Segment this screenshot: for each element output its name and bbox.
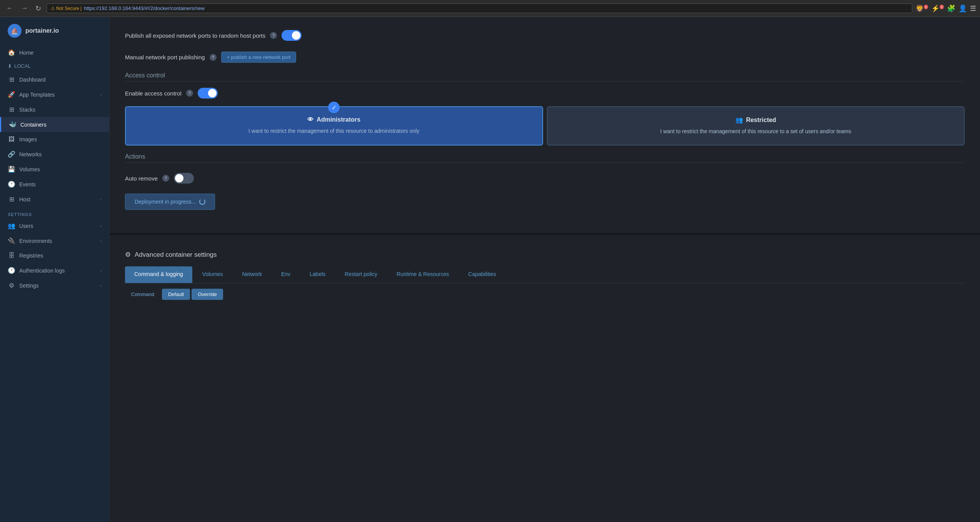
sidebar-label-registries: Registries — [19, 253, 43, 259]
reload-button[interactable]: ↻ — [33, 3, 43, 13]
enable-access-control-label: Enable access control — [125, 90, 182, 97]
tab-command-logging[interactable]: Command & logging — [125, 266, 192, 283]
users-icon: 👥 — [8, 222, 15, 229]
sidebar-item-users[interactable]: 👥 Users › — [0, 218, 109, 233]
access-control-toggle[interactable] — [198, 88, 218, 99]
brave-icon: 🦁1 — [915, 4, 928, 13]
restricted-card-desc: I want to restrict the management of thi… — [555, 127, 957, 136]
not-secure-indicator: ⚠ Not Secure | — [51, 6, 82, 11]
sidebar-label-images: Images — [19, 136, 37, 142]
sidebar: ⛵ portainer.io 🏠 Home ⬇ LOCAL ⊞ Dashboar… — [0, 17, 110, 522]
sidebar-item-environments[interactable]: 🔌 Environments › — [0, 233, 109, 248]
gear-icon: ⚙ — [125, 251, 131, 259]
host-chevron-icon: › — [100, 197, 102, 202]
sidebar-item-networks[interactable]: 🔗 Networks — [0, 147, 109, 162]
sidebar-env: ⬇ LOCAL — [0, 60, 109, 72]
back-button[interactable]: ← — [4, 3, 15, 13]
expose-ports-toggle[interactable] — [282, 30, 302, 41]
sidebar-item-events[interactable]: 🕐 Events — [0, 177, 109, 192]
administrators-icon: 👁 — [307, 116, 313, 123]
sub-tab-override[interactable]: Override — [192, 289, 223, 300]
extensions-icon[interactable]: 🧩 — [947, 4, 955, 13]
settings-icon: ⚙ — [8, 282, 15, 289]
dashboard-icon: ⊞ — [8, 76, 15, 83]
sidebar-label-users: Users — [19, 223, 33, 229]
sidebar-item-host[interactable]: ⊞ Host › — [0, 192, 109, 207]
deploy-button[interactable]: Deployment in progress... — [125, 194, 215, 210]
administrators-card-desc: I want to restrict the management of thi… — [133, 127, 535, 135]
address-bar[interactable]: ⚠ Not Secure | https://192.168.0.164:944… — [47, 3, 912, 13]
tab-network[interactable]: Network — [233, 266, 271, 283]
sidebar-item-volumes[interactable]: 💾 Volumes — [0, 162, 109, 177]
sidebar-item-stacks[interactable]: ⊞ Stacks — [0, 102, 109, 117]
sub-tab-default[interactable]: Default — [162, 289, 190, 300]
networks-icon: 🔗 — [8, 151, 15, 158]
expose-ports-row: Publish all exposed network ports to ran… — [125, 25, 965, 46]
wallet-icon: ⚡1 — [931, 4, 944, 13]
sidebar-label-host: Host — [19, 196, 30, 202]
sub-tabs: Command Default Override — [125, 289, 965, 300]
access-control-divider — [125, 81, 965, 82]
actions-section: Actions Auto remove ? Deployment in prog… — [125, 153, 965, 210]
sidebar-label-dashboard: Dashboard — [19, 77, 46, 83]
settings-section-label: SETTINGS — [0, 209, 109, 218]
tab-restart-policy[interactable]: Restart policy — [335, 266, 387, 283]
access-control-help-icon[interactable]: ? — [186, 90, 193, 97]
restricted-card-title: 👥 Restricted — [555, 116, 957, 124]
publish-new-port-button[interactable]: + publish a new network port — [221, 52, 297, 63]
app-templates-icon: 🚀 — [8, 91, 15, 98]
auto-remove-toggle-knob — [175, 174, 183, 182]
sidebar-item-containers[interactable]: 🐳 Containers — [0, 117, 109, 132]
home-icon: 🏠 — [8, 49, 15, 56]
enable-access-control-row: Enable access control ? — [125, 88, 965, 99]
tab-capabilities[interactable]: Capabilities — [459, 266, 505, 283]
stacks-icon: ⊞ — [8, 106, 15, 113]
advanced-tabs: Command & logging Volumes Network Env La… — [125, 266, 965, 283]
deploy-button-label: Deployment in progress... — [135, 199, 196, 205]
expose-ports-toggle-knob — [292, 31, 300, 40]
images-icon: 🖼 — [8, 136, 15, 143]
access-control-section: Access control Enable access control ? ✓ — [125, 72, 965, 146]
access-options-container: ✓ 👁 Administrators I want to restrict th… — [125, 106, 965, 146]
tab-volumes[interactable]: Volumes — [193, 266, 232, 283]
sidebar-label-containers: Containers — [20, 122, 47, 128]
sidebar-item-images[interactable]: 🖼 Images — [0, 132, 109, 147]
settings-chevron-icon: › — [100, 283, 102, 288]
auto-remove-row: Auto remove ? — [125, 169, 965, 187]
manual-port-help-icon[interactable]: ? — [210, 54, 217, 61]
manual-port-label: Manual network port publishing — [125, 54, 205, 60]
restricted-icon: 👥 — [735, 116, 743, 124]
sub-tab-command[interactable]: Command — [125, 289, 160, 300]
events-icon: 🕐 — [8, 181, 15, 188]
administrators-card[interactable]: ✓ 👁 Administrators I want to restrict th… — [125, 106, 543, 146]
auto-remove-help-icon[interactable]: ? — [162, 175, 169, 182]
download-icon: ⬇ — [8, 63, 12, 69]
sidebar-logo: ⛵ portainer.io — [0, 17, 109, 45]
forward-button[interactable]: → — [18, 3, 30, 13]
sidebar-label-networks: Networks — [19, 151, 42, 157]
sidebar-item-app-templates[interactable]: 🚀 App Templates › — [0, 87, 109, 102]
sidebar-label-app-templates: App Templates — [19, 92, 55, 98]
tab-runtime-resources[interactable]: Runtime & Resources — [387, 266, 458, 283]
containers-icon: 🐳 — [9, 121, 17, 128]
menu-icon[interactable]: ☰ — [970, 4, 976, 13]
main-content: Publish all exposed network ports to ran… — [110, 17, 980, 522]
restricted-card[interactable]: 👥 Restricted I want to restrict the mana… — [547, 106, 965, 146]
host-icon: ⊞ — [8, 196, 15, 203]
sidebar-item-dashboard[interactable]: ⊞ Dashboard — [0, 72, 109, 87]
sidebar-item-auth-logs[interactable]: 🕐 Authentication logs › — [0, 263, 109, 278]
users-chevron-icon: › — [100, 224, 102, 228]
sidebar-label-environments: Environments — [19, 238, 52, 244]
expose-ports-help-icon[interactable]: ? — [270, 32, 277, 39]
tab-labels[interactable]: Labels — [300, 266, 335, 283]
sidebar-item-registries[interactable]: 🗄 Registries — [0, 248, 109, 263]
profile-icon[interactable]: 👤 — [958, 4, 967, 13]
sidebar-item-settings[interactable]: ⚙ Settings › — [0, 278, 109, 293]
chevron-right-icon: › — [100, 92, 102, 97]
administrators-card-title: 👁 Administrators — [133, 116, 535, 123]
sidebar-item-home[interactable]: 🏠 Home — [0, 45, 109, 60]
sidebar-label-events: Events — [19, 181, 36, 187]
tab-env[interactable]: Env — [272, 266, 300, 283]
browser-actions: 🦁1 ⚡1 🧩 👤 ☰ — [915, 4, 976, 13]
auto-remove-toggle[interactable] — [174, 173, 194, 184]
